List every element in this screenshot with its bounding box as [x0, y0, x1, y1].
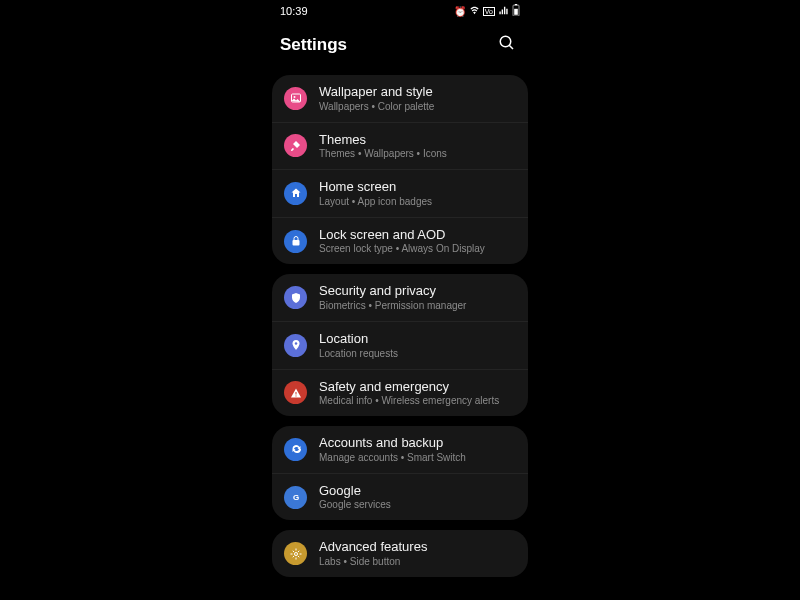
row-title: Home screen — [319, 179, 516, 195]
settings-row-safety[interactable]: Safety and emergency Medical info • Wire… — [272, 369, 528, 417]
vowifi-icon: Vo — [483, 7, 495, 16]
svg-point-3 — [500, 36, 511, 47]
row-labels: Advanced features Labs • Side button — [319, 539, 516, 568]
settings-row-lock[interactable]: Lock screen and AOD Screen lock type • A… — [272, 217, 528, 265]
status-icons: ⏰ Vo — [454, 4, 520, 18]
alarm-icon: ⏰ — [454, 6, 466, 17]
lock-icon — [284, 230, 307, 253]
svg-rect-7 — [292, 240, 299, 246]
header: Settings — [266, 20, 534, 75]
row-subtitle: Biometrics • Permission manager — [319, 300, 516, 312]
row-title: Safety and emergency — [319, 379, 516, 395]
svg-point-6 — [293, 96, 295, 98]
row-subtitle: Google services — [319, 499, 516, 511]
settings-card: Wallpaper and style Wallpapers • Color p… — [272, 75, 528, 264]
row-labels: Home screen Layout • App icon badges — [319, 179, 516, 208]
svg-rect-9 — [295, 392, 296, 395]
home-icon — [284, 182, 307, 205]
settings-row-google[interactable]: G Google Google services — [272, 473, 528, 521]
row-labels: Google Google services — [319, 483, 516, 512]
google-icon: G — [284, 486, 307, 509]
settings-card: Security and privacy Biometrics • Permis… — [272, 274, 528, 416]
settings-row-accounts[interactable]: Accounts and backup Manage accounts • Sm… — [272, 426, 528, 473]
row-labels: Safety and emergency Medical info • Wire… — [319, 379, 516, 408]
row-subtitle: Labs • Side button — [319, 556, 516, 568]
row-labels: Security and privacy Biometrics • Permis… — [319, 283, 516, 312]
row-subtitle: Screen lock type • Always On Display — [319, 243, 516, 255]
status-bar: 10:39 ⏰ Vo — [266, 0, 534, 20]
row-subtitle: Manage accounts • Smart Switch — [319, 452, 516, 464]
row-labels: Lock screen and AOD Screen lock type • A… — [319, 227, 516, 256]
security-icon — [284, 286, 307, 309]
svg-line-4 — [509, 45, 513, 49]
row-subtitle: Location requests — [319, 348, 516, 360]
settings-row-wallpaper[interactable]: Wallpaper and style Wallpapers • Color p… — [272, 75, 528, 122]
svg-point-12 — [294, 552, 297, 555]
row-labels: Location Location requests — [319, 331, 516, 360]
status-time: 10:39 — [280, 5, 308, 17]
svg-rect-2 — [514, 9, 518, 15]
settings-row-home[interactable]: Home screen Layout • App icon badges — [272, 169, 528, 217]
row-title: Location — [319, 331, 516, 347]
row-title: Accounts and backup — [319, 435, 516, 451]
row-title: Google — [319, 483, 516, 499]
row-subtitle: Wallpapers • Color palette — [319, 101, 516, 113]
wifi-icon — [469, 5, 480, 18]
row-labels: Wallpaper and style Wallpapers • Color p… — [319, 84, 516, 113]
themes-icon — [284, 134, 307, 157]
row-subtitle: Medical info • Wireless emergency alerts — [319, 395, 516, 407]
settings-list: Wallpaper and style Wallpapers • Color p… — [266, 75, 534, 577]
row-labels: Accounts and backup Manage accounts • Sm… — [319, 435, 516, 464]
search-button[interactable] — [494, 30, 520, 59]
settings-card: Accounts and backup Manage accounts • Sm… — [272, 426, 528, 520]
svg-rect-10 — [295, 395, 296, 396]
svg-point-8 — [294, 343, 297, 346]
page-title: Settings — [280, 35, 347, 55]
settings-row-themes[interactable]: Themes Themes • Wallpapers • Icons — [272, 122, 528, 170]
row-subtitle: Themes • Wallpapers • Icons — [319, 148, 516, 160]
row-labels: Themes Themes • Wallpapers • Icons — [319, 132, 516, 161]
battery-icon — [512, 4, 520, 18]
row-title: Security and privacy — [319, 283, 516, 299]
row-title: Wallpaper and style — [319, 84, 516, 100]
location-icon — [284, 334, 307, 357]
phone-frame: 10:39 ⏰ Vo Settings Wallpaper and st — [266, 0, 534, 600]
safety-icon — [284, 381, 307, 404]
settings-row-security[interactable]: Security and privacy Biometrics • Permis… — [272, 274, 528, 321]
row-title: Advanced features — [319, 539, 516, 555]
signal-icon — [498, 5, 509, 18]
settings-row-location[interactable]: Location Location requests — [272, 321, 528, 369]
settings-row-advanced[interactable]: Advanced features Labs • Side button — [272, 530, 528, 577]
row-subtitle: Layout • App icon badges — [319, 196, 516, 208]
advanced-icon — [284, 542, 307, 565]
search-icon — [498, 34, 516, 52]
row-title: Themes — [319, 132, 516, 148]
row-title: Lock screen and AOD — [319, 227, 516, 243]
settings-card: Advanced features Labs • Side button — [272, 530, 528, 577]
accounts-icon — [284, 438, 307, 461]
wallpaper-icon — [284, 87, 307, 110]
svg-text:G: G — [292, 493, 298, 502]
